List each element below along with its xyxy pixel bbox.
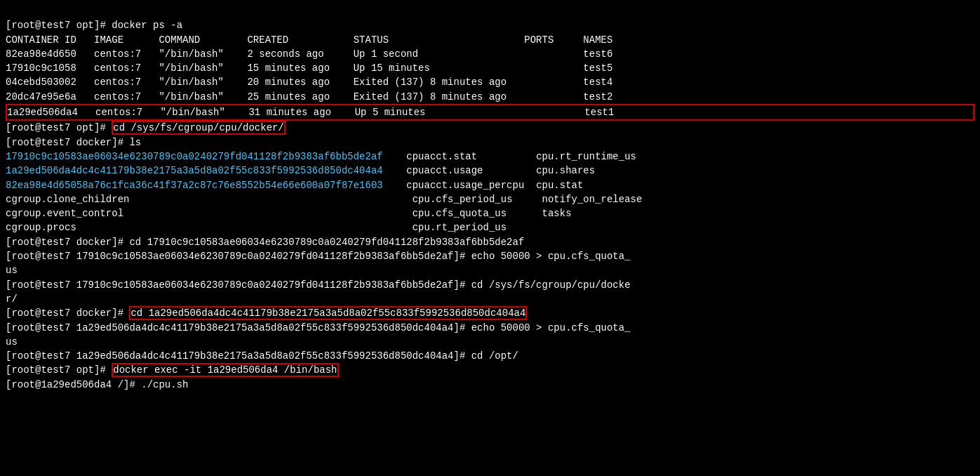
line-cgroup3: cgroup.procs cpu.rt_period_us [6, 222, 506, 233]
line-ls: [root@test7 docker]# ls [6, 137, 141, 148]
line-echo-17910: [root@test7 17910c9c10583ae06034e6230789… [6, 251, 631, 262]
line-cd-back-cont: r/ [6, 293, 18, 305]
line-echo-17910-cont: us [6, 265, 18, 276]
line-cgroup2: cgroup.event_control cpu.cfs_quota_us ta… [6, 208, 572, 219]
line-docker-exec: [root@test7 opt]# docker exec -it 1a29ed… [6, 363, 339, 377]
terminal-output: [root@test7 opt]# docker ps -a CONTAINER… [6, 4, 974, 392]
line-cd-17910: [root@test7 docker]# cd 17910c9c10583ae0… [6, 237, 524, 248]
table-row-test4: 04cebd503002 centos:7 "/bin/bash" 20 min… [6, 77, 612, 88]
line-cd-opt: [root@test7 1a29ed506da4dc4c41179b38e217… [6, 350, 518, 362]
line-echo-1a29: [root@test7 1a29ed506da4dc4c41179b38e217… [6, 322, 631, 333]
line-docker-ps: [root@test7 opt]# docker ps -a [6, 20, 182, 31]
table-row-test6: 82ea98e4d650 centos:7 "/bin/bash" 2 seco… [6, 48, 612, 60]
line-cd-back: [root@test7 17910c9c10583ae06034e6230789… [6, 279, 631, 291]
line-cgroup1: cgroup.clone_children cpu.cfs_period_us … [6, 194, 642, 205]
line-dir1: 17910c9c10583ae06034e6230789c0a0240279fd… [6, 151, 636, 162]
line-echo-1a29-cont: us [6, 336, 18, 348]
table-header: CONTAINER ID IMAGE COMMAND CREATED STATU… [6, 34, 612, 46]
line-dir2: 1a29ed506da4dc4c41179b38e2175a3a5d8a02f5… [6, 165, 595, 176]
line-dir3: 82ea98e4d65058a76c1fca36c41f37a2c87c76e8… [6, 180, 583, 191]
table-row-test2: 20dc47e95e6a centos:7 "/bin/bash" 25 min… [6, 91, 612, 103]
line-cd-1a29: [root@test7 docker]# cd 1a29ed506da4dc4c… [6, 306, 527, 320]
table-row-test5: 17910c9c1058 centos:7 "/bin/bash" 15 min… [6, 62, 612, 74]
line-cpu-sh: [root@1a29ed506da4 /]# ./cpu.sh [6, 379, 188, 390]
line-cd-cgroup: [root@test7 opt]# cd /sys/fs/cgroup/cpu/… [6, 121, 286, 135]
table-row-test1: 1a29ed506da4 centos:7 "/bin/bash" 31 min… [6, 104, 974, 121]
